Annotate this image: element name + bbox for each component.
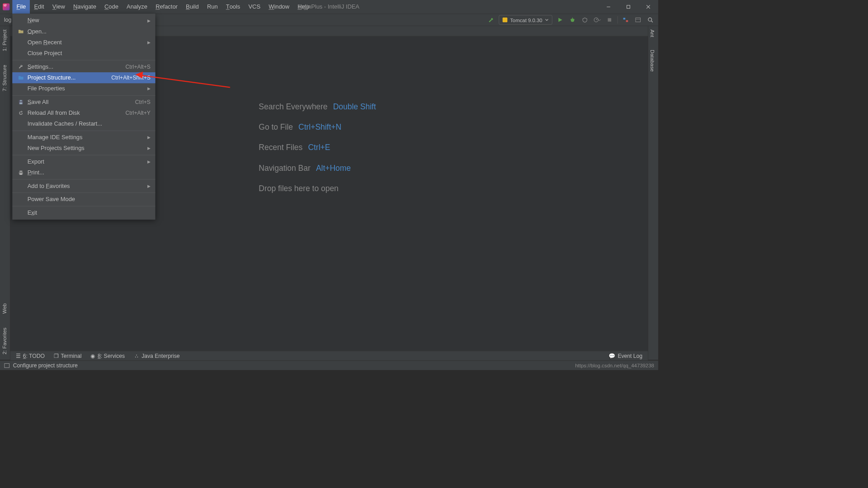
- toolwin-label: Terminal: [61, 353, 82, 359]
- window-controls: [599, 0, 658, 14]
- bottom-tool-stripe: ☰6: TODO❐Terminal◉8: Services⛬Java Enter…: [10, 351, 648, 360]
- event-log-button[interactable]: 💬Event Log: [609, 352, 642, 359]
- menu-item-manage-ide-settings[interactable]: Manage IDE Settings▶: [12, 132, 155, 143]
- file-menu-dropdown: New▶Open...Open Recent▶Close ProjectSett…: [12, 14, 155, 220]
- toolwin-database[interactable]: Database: [648, 46, 657, 75]
- menu-item-new[interactable]: New▶: [12, 15, 155, 26]
- toolwin--services[interactable]: ◉8: Services: [90, 352, 125, 359]
- breadcrumb[interactable]: log: [0, 17, 11, 23]
- print-icon: [17, 170, 25, 175]
- svg-line-8: [574, 19, 575, 19]
- menu-item-power-save-mode[interactable]: Power Save Mode: [12, 194, 155, 205]
- search-everywhere-button[interactable]: [646, 15, 655, 24]
- menu-refactor[interactable]: Refactor: [151, 0, 182, 14]
- play-circle-icon: ◉: [90, 352, 95, 359]
- menu-item-label: Export: [28, 158, 147, 165]
- layout-icon[interactable]: [633, 15, 642, 24]
- maximize-button[interactable]: [618, 0, 638, 14]
- submenu-arrow-icon: ▶: [147, 18, 151, 23]
- layout-icon[interactable]: [4, 363, 9, 368]
- hint-label: Recent Files: [259, 137, 302, 158]
- menu-item-export[interactable]: Export▶: [12, 156, 155, 167]
- menu-item-label: Print...: [28, 169, 151, 176]
- run-button[interactable]: [556, 15, 565, 24]
- toolwin-terminal[interactable]: ❐Terminal: [54, 352, 82, 359]
- terminal-icon: ❐: [54, 352, 59, 359]
- menu-item-print[interactable]: Print...: [12, 167, 155, 178]
- reload-icon: [17, 110, 25, 116]
- menu-window[interactable]: Window: [264, 0, 293, 14]
- minimize-button[interactable]: [599, 0, 618, 14]
- menu-navigate[interactable]: Navigate: [69, 0, 100, 14]
- svg-rect-12: [623, 18, 626, 19]
- menu-item-open[interactable]: Open...: [12, 26, 155, 37]
- profiler-button[interactable]: [593, 15, 602, 24]
- chevron-down-icon: [545, 18, 549, 22]
- menu-edit[interactable]: Edit: [30, 0, 48, 14]
- menu-item-label: Save All: [28, 99, 135, 105]
- close-button[interactable]: [638, 0, 658, 14]
- toolwin-structure[interactable]: 7: Structure: [0, 61, 9, 95]
- run-toolbar: Tomcat 9.0.30: [486, 15, 658, 24]
- svg-line-10: [596, 19, 597, 20]
- menu-bar: FileEditViewNavigateCodeAnalyzeRefactorB…: [12, 0, 314, 14]
- menu-item-save-all[interactable]: Save AllCtrl+S: [12, 97, 155, 108]
- welcome-hint: Recent FilesCtrl+E: [259, 137, 376, 158]
- menu-view[interactable]: View: [48, 0, 69, 14]
- left-tool-stripe: 1: Project 7: Structure Web 2: Favorites: [0, 26, 10, 360]
- submenu-arrow-icon: ▶: [147, 146, 151, 151]
- menu-build[interactable]: Build: [182, 0, 203, 14]
- stop-button[interactable]: [605, 15, 614, 24]
- toolwin-favorites[interactable]: 2: Favorites: [0, 324, 9, 358]
- toolwin-web[interactable]: Web: [0, 300, 9, 317]
- welcome-hint: Navigation BarAlt+Home: [259, 158, 376, 178]
- svg-rect-14: [636, 18, 641, 22]
- menu-item-add-to-favorites[interactable]: Add to Favorites▶: [12, 181, 155, 192]
- welcome-hints: Search EverywhereDouble ShiftGo to FileC…: [259, 96, 376, 199]
- toolwin--todo[interactable]: ☰6: TODO: [16, 352, 45, 359]
- vcs-icon[interactable]: [621, 15, 630, 24]
- menu-analyze[interactable]: Analyze: [123, 0, 151, 14]
- svg-rect-13: [626, 20, 628, 22]
- menu-item-file-properties[interactable]: File Properties▶: [12, 83, 155, 94]
- menu-separator: [12, 60, 155, 61]
- list-icon: ☰: [16, 352, 21, 359]
- menu-item-project-structure[interactable]: Project Structure...Ctrl+Alt+Shift+S: [12, 72, 155, 83]
- hint-label: Search Everywhere: [259, 96, 327, 117]
- menu-item-label: Close Project: [28, 50, 151, 57]
- menu-item-open-recent[interactable]: Open Recent▶: [12, 37, 155, 48]
- menu-item-settings[interactable]: Settings...Ctrl+Alt+S: [12, 61, 155, 72]
- menu-item-new-projects-settings[interactable]: New Projects Settings▶: [12, 143, 155, 154]
- menu-item-label: Manage IDE Settings: [28, 134, 147, 141]
- coverage-button[interactable]: [580, 15, 590, 24]
- toolwin-project[interactable]: 1: Project: [0, 26, 9, 55]
- menu-item-label: Project Structure...: [28, 75, 112, 81]
- menu-file[interactable]: File: [12, 0, 30, 14]
- toolwin-ant[interactable]: Ant: [648, 26, 657, 41]
- status-text: Configure project structure: [13, 362, 78, 369]
- menu-item-label: Open...: [28, 28, 151, 35]
- menu-item-close-project[interactable]: Close Project: [12, 48, 155, 59]
- svg-line-7: [571, 19, 571, 19]
- svg-rect-11: [608, 18, 611, 22]
- menu-item-reload-all-from-disk[interactable]: Reload All from DiskCtrl+Alt+Y: [12, 108, 155, 118]
- hint-shortcut: Alt+Home: [316, 158, 351, 178]
- svg-rect-1: [627, 5, 630, 9]
- menu-shortcut: Ctrl+S: [135, 99, 151, 105]
- build-hammer-icon[interactable]: [486, 15, 495, 24]
- menu-item-label: Power Save Mode: [28, 196, 151, 203]
- status-bar: Configure project structure https://blog…: [0, 361, 658, 370]
- menu-item-exit[interactable]: Exit: [12, 207, 155, 218]
- run-config-selector[interactable]: Tomcat 9.0.30: [499, 15, 552, 24]
- menu-item-invalidate-caches-restart[interactable]: Invalidate Caches / Restart...: [12, 118, 155, 129]
- menu-item-label: Reload All from Disk: [28, 110, 126, 117]
- toolwin-java-enterprise[interactable]: ⛬Java Enterprise: [134, 353, 180, 359]
- menu-code[interactable]: Code: [100, 0, 123, 14]
- toolwin-label: Java Enterprise: [142, 353, 179, 359]
- svg-point-16: [648, 18, 652, 21]
- menu-vcs[interactable]: VCS: [244, 0, 264, 14]
- menu-tools[interactable]: Tools: [222, 0, 245, 14]
- debug-button[interactable]: [568, 15, 577, 24]
- window-title: loginPlus - IntelliJ IDEA: [299, 4, 359, 10]
- menu-run[interactable]: Run: [203, 0, 222, 14]
